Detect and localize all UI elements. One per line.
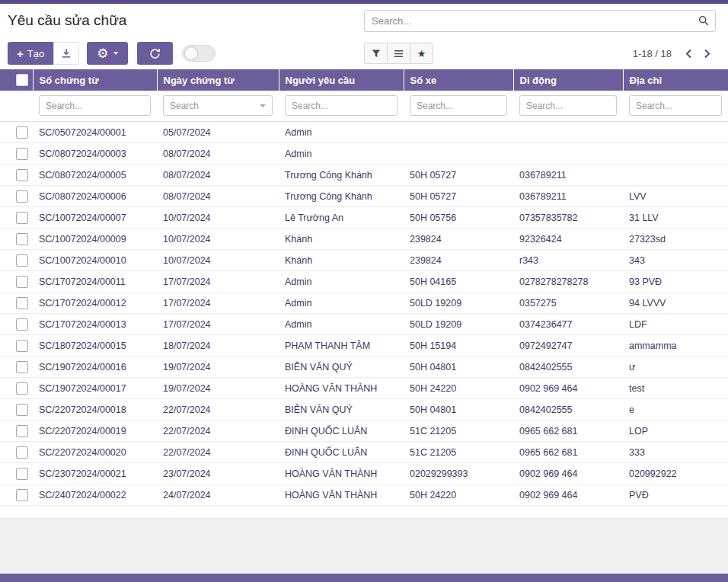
- cell[interactable]: 50H 24220: [404, 484, 513, 506]
- table-row[interactable]: SC/17072024/0001117/07/2024Admin50H 0416…: [0, 271, 728, 293]
- cell[interactable]: SC/19072024/00017: [33, 378, 157, 399]
- cell[interactable]: 08/07/2024: [157, 143, 279, 165]
- column-header-doc-date[interactable]: Ngày chứng từ: [157, 69, 279, 91]
- cell[interactable]: 10/07/2024: [157, 207, 279, 229]
- cell[interactable]: 93 PVĐ: [623, 271, 728, 293]
- export-button[interactable]: [53, 42, 79, 65]
- cell[interactable]: 17/07/2024: [157, 271, 279, 293]
- table-row[interactable]: SC/17072024/0001217/07/2024Admin50LD 192…: [0, 293, 728, 314]
- cell[interactable]: 343: [623, 250, 728, 271]
- row-checkbox[interactable]: [16, 382, 28, 395]
- cell[interactable]: 0902 969 464: [513, 378, 623, 399]
- table-row[interactable]: SC/08072024/0000608/07/2024Trương Công K…: [0, 186, 728, 207]
- table-row[interactable]: SC/10072024/0001010/07/2024Khánh239824r3…: [0, 250, 728, 271]
- cell[interactable]: SC/10072024/00009: [33, 229, 157, 250]
- cell[interactable]: 19/07/2024: [157, 378, 279, 399]
- favorites-button[interactable]: ★: [410, 43, 433, 64]
- cell[interactable]: 239824: [404, 229, 513, 250]
- cell[interactable]: SC/17072024/00011: [33, 271, 157, 293]
- cell[interactable]: 239824: [404, 250, 513, 271]
- filter-button[interactable]: [364, 43, 388, 64]
- table-row[interactable]: SC/05072024/0000105/07/2024Admin: [0, 122, 728, 143]
- filter-vehicle-input[interactable]: [410, 95, 507, 116]
- table-row[interactable]: SC/08072024/0000508/07/2024Trương Công K…: [0, 165, 728, 186]
- cell[interactable]: BIÊN VĂN QUÝ: [279, 357, 404, 378]
- cell[interactable]: 31 LLV: [623, 207, 728, 229]
- row-checkbox[interactable]: [16, 169, 28, 181]
- cell[interactable]: SC/05072024/00001: [33, 122, 157, 143]
- cell[interactable]: SC/17072024/00013: [33, 314, 157, 335]
- filter-mobile-input[interactable]: [519, 95, 617, 116]
- cell[interactable]: Trương Công Khánh: [279, 186, 404, 207]
- cell[interactable]: 50H 05727: [404, 165, 513, 186]
- cell[interactable]: 333: [623, 442, 728, 463]
- cell[interactable]: e: [623, 399, 728, 421]
- settings-button[interactable]: ⚙: [87, 42, 128, 65]
- group-by-button[interactable]: [387, 43, 410, 64]
- table-row[interactable]: SC/10072024/0000710/07/2024Lê Trường An5…: [0, 207, 728, 229]
- cell[interactable]: Lê Trường An: [279, 207, 404, 229]
- column-header-vehicle[interactable]: Số xe: [404, 69, 513, 91]
- cell[interactable]: SC/22072024/00018: [33, 399, 157, 421]
- cell[interactable]: HOÀNG VĂN THÀNH: [279, 484, 404, 506]
- table-row[interactable]: SC/18072024/0001518/07/2024PHẠM THANH TÂ…: [0, 335, 728, 357]
- cell[interactable]: r343: [513, 250, 623, 271]
- table-row[interactable]: SC/22072024/0001822/07/2024BIÊN VĂN QUÝ5…: [0, 399, 728, 421]
- cell[interactable]: 50LD 19209: [404, 293, 513, 314]
- table-row[interactable]: SC/22072024/0001922/07/2024ĐINH QUỐC LUÂ…: [0, 421, 728, 442]
- cell[interactable]: SC/08072024/00003: [33, 143, 157, 165]
- cell[interactable]: 24/07/2024: [157, 484, 279, 506]
- create-button[interactable]: + Tạo: [8, 42, 53, 65]
- row-checkbox[interactable]: [16, 148, 28, 160]
- cell[interactable]: 17/07/2024: [157, 314, 279, 335]
- row-checkbox[interactable]: [16, 425, 28, 437]
- row-checkbox[interactable]: [16, 276, 28, 288]
- cell[interactable]: 036789211: [513, 186, 623, 207]
- cell[interactable]: SC/10072024/00010: [33, 250, 157, 271]
- cell[interactable]: test: [623, 378, 728, 399]
- cell[interactable]: [623, 165, 728, 186]
- cell[interactable]: 27323sd: [623, 229, 728, 250]
- filter-requester-input[interactable]: [285, 95, 398, 116]
- row-checkbox[interactable]: [16, 126, 28, 139]
- table-row[interactable]: SC/08072024/0000308/07/2024Admin: [0, 143, 728, 165]
- cell[interactable]: 0842402555: [513, 357, 623, 378]
- cell[interactable]: 05/07/2024: [157, 122, 279, 143]
- cell[interactable]: PHẠM THANH TÂM: [279, 335, 404, 357]
- next-page-button[interactable]: [698, 43, 716, 64]
- cell[interactable]: Trương Công Khánh: [279, 165, 404, 186]
- table-row[interactable]: SC/17072024/0001317/07/2024Admin50LD 192…: [0, 314, 728, 335]
- cell[interactable]: ammamma: [623, 335, 728, 357]
- column-header-mobile[interactable]: Di động: [513, 69, 623, 91]
- cell[interactable]: 50H 04801: [404, 399, 513, 421]
- cell[interactable]: Admin: [279, 143, 404, 165]
- row-checkbox[interactable]: [16, 212, 28, 224]
- row-checkbox[interactable]: [16, 446, 28, 459]
- search-button[interactable]: [692, 11, 715, 31]
- cell[interactable]: 10/07/2024: [157, 250, 279, 271]
- cell[interactable]: 0374236477: [513, 314, 623, 335]
- cell[interactable]: SC/10072024/00007: [33, 207, 157, 229]
- table-row[interactable]: SC/10072024/0000910/07/2024Khánh23982492…: [0, 229, 728, 250]
- cell[interactable]: 0278278278278: [513, 271, 623, 293]
- cell[interactable]: Admin: [279, 314, 404, 335]
- cell[interactable]: 50H 04165: [404, 271, 513, 293]
- cell[interactable]: SC/08072024/00005: [33, 165, 157, 186]
- cell[interactable]: Khánh: [279, 250, 404, 271]
- cell[interactable]: LOP: [623, 421, 728, 442]
- refresh-button[interactable]: [137, 42, 173, 65]
- row-checkbox[interactable]: [16, 233, 28, 245]
- row-checkbox[interactable]: [16, 190, 28, 203]
- row-checkbox[interactable]: [16, 489, 28, 501]
- row-checkbox[interactable]: [16, 340, 28, 352]
- cell[interactable]: Admin: [279, 271, 404, 293]
- cell[interactable]: 50H 05756: [404, 207, 513, 229]
- cell[interactable]: [623, 143, 728, 165]
- cell[interactable]: 08/07/2024: [157, 186, 279, 207]
- cell[interactable]: BIÊN VĂN QUÝ: [279, 399, 404, 421]
- cell[interactable]: 50H 15194: [404, 335, 513, 357]
- cell[interactable]: SC/24072024/00022: [33, 484, 157, 506]
- cell[interactable]: 23/07/2024: [157, 463, 279, 484]
- cell[interactable]: SC/22072024/00019: [33, 421, 157, 442]
- cell[interactable]: SC/17072024/00012: [33, 293, 157, 314]
